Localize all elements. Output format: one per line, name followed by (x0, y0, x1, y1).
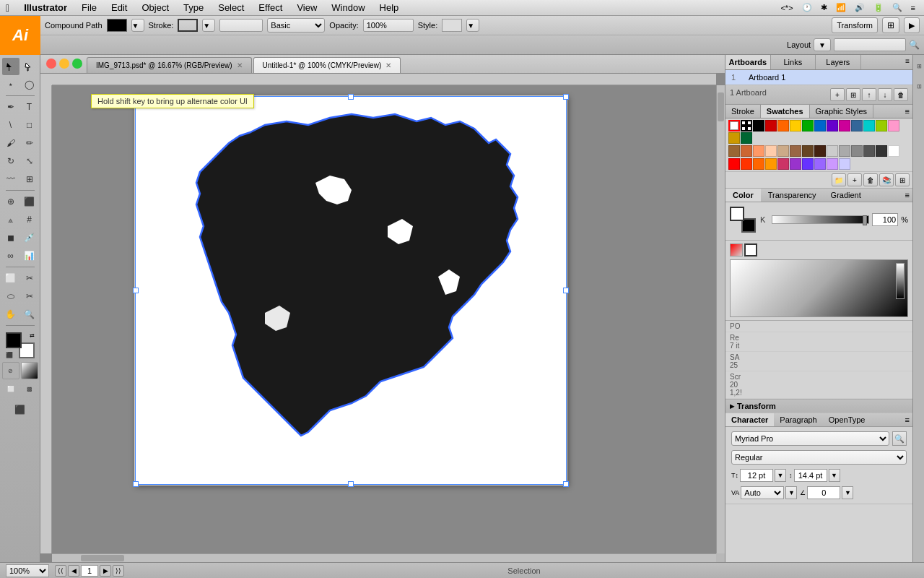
tab-graphic-styles[interactable]: Graphic Styles (810, 105, 874, 118)
scale-tool[interactable]: ⤡ (21, 152, 38, 170)
scroll-thumb-v[interactable] (718, 92, 724, 121)
swatch-white[interactable] (888, 145, 899, 157)
leading-arrow-button[interactable]: ▼ (829, 469, 840, 482)
color-mode-1-btn[interactable] (730, 243, 743, 256)
swatch-black[interactable] (753, 120, 764, 131)
first-page-button[interactable]: ⟨⟨ (55, 565, 66, 577)
swatches-options-icon[interactable]: ≡ (902, 105, 912, 118)
tab-paragraph[interactable]: Paragraph (774, 413, 822, 426)
show-kinds-button[interactable]: ⊞ (895, 173, 910, 186)
gradient-brightness-slider[interactable] (896, 263, 905, 299)
swatch-color-12[interactable] (728, 132, 740, 144)
transform-panel-header[interactable]: ▶ Transform (725, 400, 912, 413)
live-paint-tool[interactable]: ⬛ (21, 193, 38, 210)
panel-options-icon[interactable]: ≡ (902, 55, 912, 69)
swatch-color-7[interactable] (839, 120, 850, 131)
swatch-c10[interactable] (839, 158, 850, 170)
stroke-options-button[interactable]: ▼ (202, 19, 215, 32)
stroke-style-select[interactable]: Basic (267, 18, 325, 33)
swatch-b9[interactable] (827, 145, 838, 157)
fill-mini-swatch[interactable] (730, 207, 744, 221)
tab-untitled1-close[interactable]: ✕ (385, 61, 391, 69)
va-select[interactable]: Auto (741, 486, 784, 499)
foreground-color-swatch[interactable] (6, 332, 22, 348)
shape-builder-tool[interactable]: ⊕ (2, 193, 19, 210)
k-slider-thumb[interactable] (863, 215, 867, 225)
menu-edit[interactable]: Edit (105, 1, 133, 14)
artboard-delete-button[interactable]: 🗑 (894, 88, 908, 101)
magic-wand-tool[interactable]: ⋆ (2, 76, 19, 93)
menu-file[interactable]: File (76, 1, 103, 14)
new-swatch-group-button[interactable]: 📁 (832, 173, 846, 186)
swatch-color-6[interactable] (827, 120, 838, 131)
swatch-c2[interactable] (741, 158, 752, 170)
stroke-weight-input[interactable] (219, 19, 263, 32)
eraser-tool[interactable]: ⬭ (2, 288, 19, 305)
swatch-color-4[interactable] (802, 120, 814, 131)
k-value-input[interactable] (872, 213, 898, 226)
swatch-none[interactable] (728, 120, 740, 131)
scroll-thumb-h[interactable] (81, 555, 124, 561)
swatch-b1[interactable] (728, 145, 740, 157)
swatch-color-2[interactable] (777, 120, 789, 131)
eyedropper-tool[interactable]: 💉 (21, 229, 38, 246)
tab-layers[interactable]: Layers (816, 55, 861, 69)
font-size-arrow-button[interactable]: ▼ (775, 469, 786, 482)
close-button[interactable] (46, 59, 56, 69)
char-options-icon[interactable]: ≡ (902, 413, 912, 426)
swap-colors-icon[interactable]: ⇄ (30, 332, 35, 339)
prev-page-button[interactable]: ◀ (68, 565, 79, 577)
swatch-c8[interactable] (814, 158, 826, 170)
tab-artboards[interactable]: Artboards (725, 55, 771, 69)
swatch-b5[interactable] (777, 145, 789, 157)
apple-menu[interactable]:  (6, 2, 9, 14)
free-transform-tool[interactable]: ⊞ (21, 171, 38, 188)
swatch-c3[interactable] (753, 158, 764, 170)
font-search-button[interactable]: 🔍 (892, 431, 907, 446)
search-input[interactable] (834, 38, 906, 51)
tab-links[interactable]: Links (771, 55, 816, 69)
line-tool[interactable]: \ (2, 116, 19, 134)
maximize-button[interactable] (72, 59, 82, 69)
leading-input[interactable] (794, 469, 827, 482)
type-tool[interactable]: T (21, 98, 38, 116)
style-options-button[interactable]: ▼ (466, 19, 479, 32)
swatch-b12[interactable] (863, 145, 875, 157)
swatch-registration[interactable] (741, 120, 752, 131)
swatch-c9[interactable] (827, 158, 838, 170)
screen-mode-1[interactable]: ⬜ (2, 380, 19, 397)
swatch-color-13[interactable] (741, 132, 752, 144)
font-style-select[interactable]: Regular (731, 450, 907, 465)
mesh-tool[interactable]: # (21, 211, 38, 228)
swatch-color-5[interactable] (814, 120, 826, 131)
fill-color-swatch[interactable] (107, 19, 127, 32)
swatch-c6[interactable] (790, 158, 801, 170)
transform-button[interactable]: Transform (832, 17, 878, 33)
more-options-button[interactable]: ▶ (904, 17, 920, 33)
tab-gradient[interactable]: Gradient (824, 189, 868, 202)
color-options-icon[interactable]: ≡ (902, 189, 912, 202)
align-button[interactable]: ⊞ (882, 17, 899, 33)
swatch-b11[interactable] (851, 145, 863, 157)
tab-img9713[interactable]: IMG_9713.psd* @ 16.67% (RGB/Preview) ✕ (87, 57, 252, 73)
last-page-button[interactable]: ⟩⟩ (113, 565, 124, 577)
swatch-b7[interactable] (802, 145, 814, 157)
scissors-tool[interactable]: ✂ (21, 288, 38, 305)
chart-tool[interactable]: 📊 (21, 247, 38, 264)
swatch-c4[interactable] (765, 158, 777, 170)
swatch-b8[interactable] (814, 145, 826, 157)
minimize-button[interactable] (59, 59, 69, 69)
artboard-tool[interactable]: ⬜ (2, 269, 19, 287)
fill-options-button[interactable]: ▼ (131, 19, 144, 32)
swatch-b13[interactable] (876, 145, 887, 157)
swatch-c1[interactable] (728, 158, 740, 170)
swatch-color-1[interactable] (765, 120, 777, 131)
color-mode-2-btn[interactable] (744, 243, 757, 256)
sidebar-icon-2[interactable]: ⊟ (914, 77, 924, 97)
menu-select[interactable]: Select (212, 1, 250, 14)
artboard-move-down-button[interactable]: ↓ (878, 88, 892, 101)
next-page-button[interactable]: ▶ (100, 565, 111, 577)
delete-swatch-button[interactable]: 🗑 (863, 173, 878, 186)
tab-img9713-close[interactable]: ✕ (237, 61, 243, 69)
artboard-add-button[interactable]: + (830, 88, 845, 101)
